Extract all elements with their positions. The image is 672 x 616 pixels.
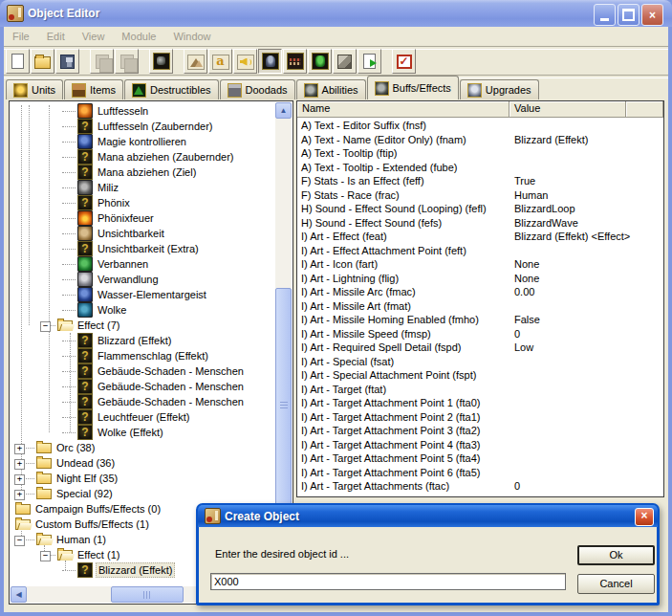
tree-item[interactable]: +Orc (38) bbox=[10, 440, 275, 455]
table-row[interactable]: A) Text - Editor Suffix (fnsf) bbox=[297, 119, 663, 133]
object-editor-button[interactable] bbox=[258, 49, 282, 74]
tree-item[interactable]: ?Mana abziehen (Ziel) bbox=[10, 165, 275, 180]
table-row[interactable]: H) Sound - Effect Sound (Looping) (fefl)… bbox=[297, 202, 663, 216]
test-map-button[interactable]: ✓ bbox=[392, 49, 416, 74]
expand-box-icon[interactable]: + bbox=[14, 490, 25, 500]
tree-item[interactable]: Luftfesseln bbox=[10, 103, 275, 119]
object-id-input[interactable] bbox=[210, 573, 566, 590]
tab-destructibles[interactable]: Destructibles bbox=[124, 79, 219, 99]
tree-item[interactable]: ?Flammenschlag (Effekt) bbox=[10, 348, 275, 363]
cancel-button[interactable]: Cancel bbox=[577, 574, 655, 594]
table-row[interactable]: I) Art - Target Attachment Point 2 (fta1… bbox=[297, 410, 663, 425]
open-button[interactable] bbox=[31, 49, 54, 74]
tree-item[interactable]: −Effect (7) bbox=[10, 318, 275, 333]
terrain-editor-button[interactable] bbox=[184, 49, 207, 74]
tree-item[interactable]: +Night Elf (35) bbox=[10, 471, 275, 486]
table-row[interactable]: I) Art - Effect Attachment Point (feft) bbox=[297, 244, 663, 258]
table-row[interactable]: A) Text - Tooltip (ftip) bbox=[297, 146, 663, 161]
maximize-button[interactable] bbox=[618, 4, 639, 26]
tree-item[interactable]: ?Gebäude-Schaden - Menschen bbox=[10, 379, 275, 394]
tree-item[interactable]: Wasser-Elementargeist bbox=[10, 287, 275, 302]
column-header-value[interactable]: Value bbox=[509, 101, 626, 118]
ok-button[interactable]: Ok bbox=[577, 545, 655, 565]
scroll-left-icon[interactable]: ◀ bbox=[11, 586, 27, 603]
tree-item[interactable]: Verwandlung bbox=[10, 272, 275, 287]
column-header-name[interactable]: Name bbox=[297, 101, 509, 118]
new-custom-object-button[interactable] bbox=[149, 49, 173, 74]
menu-module[interactable]: Module bbox=[113, 29, 164, 44]
tree-item[interactable]: +Undead (36) bbox=[10, 455, 275, 471]
scroll-up-icon[interactable]: ▲ bbox=[275, 102, 292, 119]
tree-item[interactable]: Phönixfeuer bbox=[10, 210, 275, 226]
collapse-box-icon[interactable]: − bbox=[14, 536, 25, 546]
menu-view[interactable]: View bbox=[74, 29, 114, 44]
minimize-button[interactable] bbox=[594, 4, 616, 26]
tree-item[interactable]: ?Leuchtfeuer (Effekt) bbox=[10, 409, 275, 425]
table-row[interactable]: I) Art - Target Attachment Point 6 (fta5… bbox=[297, 466, 663, 480]
tree-item[interactable]: Miliz bbox=[10, 180, 275, 195]
close-button[interactable]: × bbox=[641, 4, 663, 26]
expand-box-icon[interactable]: + bbox=[14, 474, 25, 485]
dialog-close-button[interactable]: × bbox=[635, 508, 654, 526]
table-row[interactable]: I) Art - Icon (fart)None bbox=[297, 257, 663, 272]
tab-upgrades[interactable]: Upgrades bbox=[460, 79, 539, 99]
table-row[interactable]: I) Art - Missile Arc (fmac)0.00 bbox=[297, 285, 663, 299]
import-manager-button[interactable] bbox=[358, 49, 381, 74]
table-row[interactable]: A) Text - Name (Editor Only) (fnam)Blizz… bbox=[297, 133, 663, 147]
tab-doodads[interactable]: Doodads bbox=[220, 79, 295, 99]
table-row[interactable]: A) Text - Tooltip - Extended (fube) bbox=[297, 161, 663, 175]
table-row[interactable]: I) Art - Target Attachments (ftac)0 bbox=[297, 479, 663, 494]
table-row[interactable]: I) Art - Lightning (flig)None bbox=[297, 272, 663, 286]
tree-item[interactable]: Magie kontrollieren bbox=[10, 134, 275, 149]
tab-abilities[interactable]: Abilities bbox=[296, 79, 366, 99]
table-row[interactable]: I) Art - Required Spell Detail (fspd)Low bbox=[297, 341, 663, 355]
tree-item[interactable]: +Special (92) bbox=[10, 486, 275, 501]
tree-item[interactable]: ?Gebäude-Schaden - Menschen bbox=[10, 363, 275, 379]
tab-units[interactable]: Units bbox=[6, 79, 63, 99]
new-document-button[interactable] bbox=[6, 49, 30, 74]
object-manager-button[interactable] bbox=[333, 49, 357, 74]
table-row[interactable]: F) Stats - Is an Effect (feff)True bbox=[297, 174, 663, 188]
tree-item[interactable]: ?Wolke (Effekt) bbox=[10, 425, 275, 440]
tree-item[interactable]: ?Blizzard (Effekt) bbox=[10, 333, 275, 348]
table-row[interactable]: I) Art - Missile Art (fmat) bbox=[297, 299, 663, 314]
menu-file[interactable]: File bbox=[4, 29, 38, 44]
table-row[interactable]: I) Art - Target Attachment Point 1 (fta0… bbox=[297, 396, 663, 410]
tree-item[interactable]: ?Gebäude-Schaden - Menschen bbox=[10, 394, 275, 409]
table-row[interactable]: H) Sound - Effect Sound (fefs)BlizzardWa… bbox=[297, 216, 663, 231]
tree-item[interactable]: Verbannen bbox=[10, 256, 275, 272]
table-row[interactable]: I) Art - Target Attachment Point 4 (fta3… bbox=[297, 438, 663, 452]
expand-box-icon[interactable]: + bbox=[14, 444, 25, 454]
table-row[interactable]: I) Art - Missile Speed (fmsp)0 bbox=[297, 327, 663, 341]
table-row[interactable]: I) Art - Target Attachment Point 5 (fta4… bbox=[297, 451, 663, 466]
collapse-box-icon[interactable]: − bbox=[40, 551, 51, 561]
tree-vertical-scroll-thumb[interactable] bbox=[275, 288, 292, 522]
table-row[interactable]: I) Art - Special Attachment Point (fspt) bbox=[297, 368, 663, 383]
campaign-editor-button[interactable] bbox=[283, 49, 307, 74]
table-row[interactable]: I) Art - Target (ftat) bbox=[297, 383, 663, 397]
tree-item[interactable]: ?Mana abziehen (Zaubernder) bbox=[10, 149, 275, 165]
tree-item[interactable]: Unsichtbarkeit bbox=[10, 226, 275, 241]
table-row[interactable]: F) Stats - Race (frac)Human bbox=[297, 188, 663, 203]
menu-edit[interactable]: Edit bbox=[38, 29, 74, 44]
tree-item[interactable]: ?Luftfesseln (Zaubernder) bbox=[10, 119, 275, 134]
tree-item[interactable]: ?Unsichtbarkeit (Extra) bbox=[10, 241, 275, 256]
tree-horizontal-scroll-thumb[interactable] bbox=[111, 586, 184, 603]
table-row[interactable]: I) Art - Effect (feat)Blizzard (Effekt) … bbox=[297, 230, 663, 244]
tree-item-label: Verwandlung bbox=[96, 273, 161, 286]
tab-buffs-effects[interactable]: Buffs/Effects bbox=[367, 76, 459, 99]
save-button[interactable] bbox=[55, 49, 79, 74]
sound-editor-button[interactable] bbox=[233, 49, 257, 74]
tree-item[interactable]: Wolke bbox=[10, 302, 275, 318]
table-row[interactable]: I) Art - Special (fsat) bbox=[297, 355, 663, 369]
tree-item[interactable]: ?Phönix bbox=[10, 195, 275, 210]
expand-box-icon[interactable]: + bbox=[14, 459, 25, 470]
table-row[interactable]: I) Art - Target Attachment Point 3 (fta2… bbox=[297, 424, 663, 438]
ai-editor-button[interactable] bbox=[308, 49, 332, 74]
trigger-editor-button[interactable]: a bbox=[208, 49, 232, 74]
new-custom-object-icon bbox=[153, 53, 170, 70]
tab-items[interactable]: Items bbox=[64, 79, 123, 99]
collapse-box-icon[interactable]: − bbox=[40, 321, 51, 332]
table-row[interactable]: I) Art - Missile Homing Enabled (fmho)Fa… bbox=[297, 313, 663, 327]
menu-window[interactable]: Window bbox=[164, 29, 219, 44]
